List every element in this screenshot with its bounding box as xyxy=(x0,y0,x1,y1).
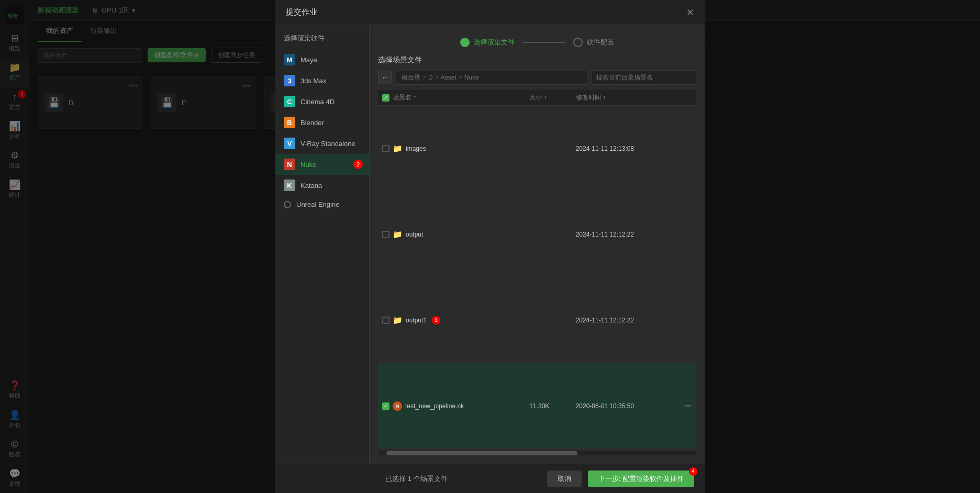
table-row[interactable]: 📁 output1 3 2024-11-11 12:12:22 xyxy=(378,277,696,363)
software-item-3dsmax[interactable]: 3 3ds Max xyxy=(275,70,369,91)
images-checkbox[interactable] xyxy=(382,145,389,152)
images-folder-icon: 📁 xyxy=(393,144,403,153)
software-item-blender[interactable]: B Blender xyxy=(275,112,369,133)
nk-checkbox[interactable]: ✓ xyxy=(382,402,389,410)
file-section-title: 选择场景文件 xyxy=(378,55,696,65)
software-list-title: 选择渲染软件 xyxy=(275,33,369,49)
nuke-label: Nuke xyxy=(300,161,316,169)
modal-close-button[interactable]: ✕ xyxy=(686,7,694,18)
col-actions xyxy=(681,90,696,106)
next-step-label: 下一步: 配置渲染软件及插件 xyxy=(598,475,684,483)
step-2: 软件配置 xyxy=(573,38,614,47)
selected-count-label: 已选择 1 个场景文件 xyxy=(385,474,447,484)
software-item-katana[interactable]: K Katana xyxy=(275,175,369,196)
nk-name: test_new_pipeline.nk xyxy=(405,402,464,410)
software-item-vray[interactable]: V V-Ray Standalone xyxy=(275,133,369,154)
step-1-circle: ✓ xyxy=(460,38,470,47)
output-actions xyxy=(681,192,696,277)
software-list-panel: 选择渲染软件 M Maya 3 3ds Max C Cinema 4D B Bl… xyxy=(275,25,370,464)
scrollbar-thumb xyxy=(386,451,577,455)
table-row[interactable]: 📁 images 2024-11-11 12:13:08 xyxy=(378,106,696,192)
nk-size: 11.30K xyxy=(525,363,571,449)
breadcrumb-d: D xyxy=(428,74,433,81)
step-1: ✓ 选择渲染文件 xyxy=(460,38,515,47)
breadcrumb-asset: Asset xyxy=(441,74,456,81)
output1-folder-icon: 📁 xyxy=(393,316,403,325)
3dsmax-icon: 3 xyxy=(284,75,295,86)
file-row-output: 📁 output xyxy=(382,230,521,239)
unreal-label: Unreal Engine xyxy=(296,200,339,208)
software-item-nuke[interactable]: N Nuke 2 xyxy=(275,154,369,175)
vray-icon: V xyxy=(284,138,295,149)
nk-actions: ••• xyxy=(681,363,696,449)
maya-label: Maya xyxy=(300,56,317,64)
software-item-maya[interactable]: M Maya xyxy=(275,49,369,70)
modal-body: 选择渲染软件 M Maya 3 3ds Max C Cinema 4D B Bl… xyxy=(275,25,705,464)
table-row[interactable]: 📁 output 2024-11-11 12:12:22 xyxy=(378,192,696,277)
blender-icon: B xyxy=(284,117,295,128)
output1-name: output1 xyxy=(406,317,427,324)
nuke-badge: 2 xyxy=(353,160,363,169)
file-toolbar: ← 根目录 > D > Asset > Nuke xyxy=(378,70,696,85)
maya-icon: M xyxy=(284,54,295,65)
output1-badge: 3 xyxy=(432,316,440,324)
next-step-button[interactable]: 下一步: 配置渲染软件及插件 4 xyxy=(588,470,694,487)
cancel-button[interactable]: 取消 xyxy=(547,470,582,487)
output-size xyxy=(525,192,571,277)
blender-label: Blender xyxy=(300,119,324,127)
col-name: ✓ 场景名 ↑ xyxy=(378,90,525,106)
output1-modified: 2024-11-11 12:12:22 xyxy=(572,277,681,363)
file-table: ✓ 场景名 ↑ 大小 ↑ 修改时间 ↑ xyxy=(378,90,696,449)
output-modified: 2024-11-11 12:12:22 xyxy=(572,192,681,277)
images-size xyxy=(525,106,571,192)
output-folder-icon: 📁 xyxy=(393,230,403,239)
col-size: 大小 ↑ xyxy=(525,90,571,106)
file-browser-panel: ✓ 选择渲染文件 软件配置 选择场景文件 ← 根目录 > D > xyxy=(370,25,705,464)
output1-size xyxy=(525,277,571,363)
step-bar: ✓ 选择渲染文件 软件配置 xyxy=(378,33,696,55)
col-modified: 修改时间 ↑ xyxy=(572,90,681,106)
select-all-checkbox[interactable]: ✓ xyxy=(382,94,389,102)
c4d-icon: C xyxy=(284,96,295,107)
output-checkbox[interactable] xyxy=(382,231,389,238)
footer-buttons: 取消 下一步: 配置渲染软件及插件 4 xyxy=(547,470,694,487)
file-row-output1: 📁 output1 3 xyxy=(382,316,521,325)
software-item-unreal[interactable]: Unreal Engine xyxy=(275,196,369,213)
software-item-c4d[interactable]: C Cinema 4D xyxy=(275,91,369,112)
submit-job-modal: 提交作业 ✕ 选择渲染软件 M Maya 3 3ds Max C Cinema … xyxy=(275,0,705,493)
breadcrumb-bar: 根目录 > D > Asset > Nuke xyxy=(396,71,587,85)
step-2-circle xyxy=(573,38,583,47)
output1-actions xyxy=(681,277,696,363)
file-row-images: 📁 images xyxy=(382,144,521,153)
step-2-label: 软件配置 xyxy=(587,38,614,47)
output-name: output xyxy=(406,231,423,238)
images-modified: 2024-11-11 12:13:08 xyxy=(572,106,681,192)
3dsmax-label: 3ds Max xyxy=(300,77,326,85)
c4d-label: Cinema 4D xyxy=(300,98,335,106)
nuke-file-icon: N xyxy=(393,401,402,411)
vray-label: V-Ray Standalone xyxy=(300,140,355,148)
modal-header: 提交作业 ✕ xyxy=(275,0,705,25)
nuke-icon: N xyxy=(284,159,295,170)
file-search-input[interactable] xyxy=(592,70,696,85)
table-row[interactable]: ✓ N test_new_pipeline.nk 11.30K 2020-06-… xyxy=(378,363,696,449)
nk-modified: 2020-06-01 10:35:50 xyxy=(572,363,681,449)
next-step-badge: 4 xyxy=(689,467,697,476)
breadcrumb-root: 根目录 xyxy=(402,73,420,82)
col-name-label: 场景名 ↑ xyxy=(393,93,416,102)
modal-footer: 已选择 1 个场景文件 取消 下一步: 配置渲染软件及插件 4 xyxy=(275,464,705,493)
horizontal-scrollbar[interactable] xyxy=(378,451,696,455)
back-button[interactable]: ← xyxy=(378,71,392,84)
images-actions xyxy=(681,106,696,192)
katana-label: Katana xyxy=(300,182,322,189)
step-line xyxy=(523,42,565,43)
unreal-radio[interactable] xyxy=(284,201,291,208)
images-name: images xyxy=(406,145,426,152)
katana-icon: K xyxy=(284,180,295,191)
modal-title: 提交作业 xyxy=(286,7,317,17)
output1-checkbox[interactable] xyxy=(382,317,389,324)
step-1-label: 选择渲染文件 xyxy=(474,38,515,47)
file-row-nk: ✓ N test_new_pipeline.nk xyxy=(382,401,521,411)
breadcrumb-nuke: Nuke xyxy=(464,74,479,81)
